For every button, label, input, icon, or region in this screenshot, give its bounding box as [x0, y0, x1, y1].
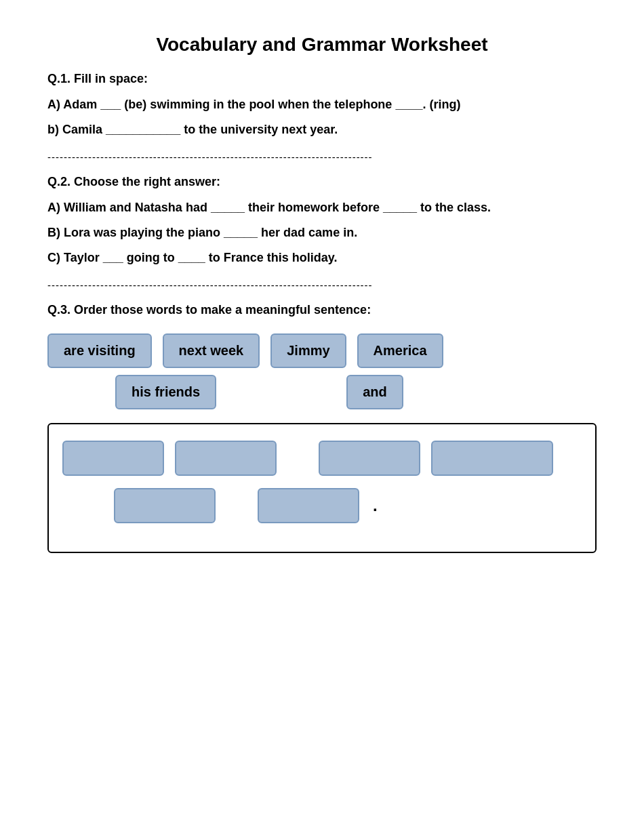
period: .: [373, 496, 378, 515]
word-tile-jimmy[interactable]: Jimmy: [270, 333, 346, 368]
question-1-section: Q.1. Fill in space: A) Adam ___ (be) swi…: [47, 72, 597, 139]
divider-1: ----------------------------------------…: [47, 151, 597, 163]
q2-part-c: C) Taylor ___ going to ____ to France th…: [47, 249, 597, 267]
word-tile-next-week[interactable]: next week: [163, 333, 260, 368]
answer-slot-5[interactable]: [114, 488, 216, 523]
answer-slot-6[interactable]: [258, 488, 359, 523]
question-3-section: Q.3. Order those words to make a meaning…: [47, 303, 597, 553]
word-tile-are-visiting[interactable]: are visiting: [47, 333, 152, 368]
word-tile-america[interactable]: America: [357, 333, 443, 368]
question-2-section: Q.2. Choose the right answer: A) William…: [47, 175, 597, 267]
answer-slot-3[interactable]: [319, 441, 420, 476]
word-bank-row2: his friends and: [115, 375, 597, 409]
answer-box: .: [47, 423, 597, 553]
q3-header: Q.3. Order those words to make a meaning…: [47, 303, 597, 317]
divider-2: ----------------------------------------…: [47, 279, 597, 291]
word-bank-row1: are visiting next week Jimmy America: [47, 333, 597, 368]
q1-header: Q.1. Fill in space:: [47, 72, 597, 86]
answer-slot-2[interactable]: [175, 441, 277, 476]
answer-slot-4[interactable]: [431, 441, 553, 476]
q2-part-b: B) Lora was playing the piano _____ her …: [47, 224, 597, 242]
answer-row-2: .: [62, 488, 582, 523]
q1-part-a: A) Adam ___ (be) swimming in the pool wh…: [47, 96, 597, 114]
word-tile-his-friends[interactable]: his friends: [115, 375, 216, 409]
q2-header: Q.2. Choose the right answer:: [47, 175, 597, 189]
page-title: Vocabulary and Grammar Worksheet: [47, 34, 597, 56]
answer-slot-1[interactable]: [62, 441, 164, 476]
answer-row-1: [62, 441, 582, 476]
word-tile-and[interactable]: and: [346, 375, 403, 409]
q1-part-b: b) Camila ___________ to the university …: [47, 121, 597, 139]
q2-part-a: A) William and Natasha had _____ their h…: [47, 199, 597, 217]
